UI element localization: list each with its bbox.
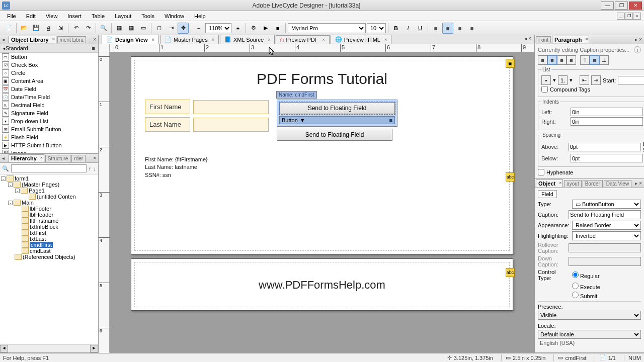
hierarchy-tree[interactable]: -form1-(Master Pages)-Page1(untitled Con… [0, 174, 98, 344]
hierarchy-search-input[interactable] [11, 164, 87, 172]
bold-icon[interactable]: B [390, 23, 401, 34]
ctrl-regular-radio[interactable] [572, 272, 579, 278]
bullet-icon[interactable]: • [541, 75, 551, 85]
panel-close-icon[interactable]: ▸ × [633, 37, 644, 42]
align-left-icon[interactable]: ≡ [538, 55, 547, 65]
menu-help[interactable]: Help [190, 12, 210, 20]
undo-icon[interactable]: ↶ [70, 23, 82, 34]
ctrl-submit-radio[interactable] [572, 292, 579, 298]
first-name-input[interactable] [193, 100, 269, 114]
fontsize-select[interactable]: 10 [367, 23, 386, 33]
panel-close-icon[interactable]: × [91, 155, 98, 161]
info-icon[interactable]: i [634, 46, 641, 53]
send-button-1[interactable]: Send to Floating Field [279, 102, 395, 114]
list-item[interactable]: ▭Button [0, 53, 98, 61]
list-item[interactable]: 🕓Date/Time Field [0, 93, 98, 101]
number-icon[interactable]: 1. [558, 75, 568, 85]
tab-preview-pdf[interactable]: ⎙Preview PDF× [276, 35, 329, 44]
valign-middle-icon[interactable]: ≡ [590, 55, 599, 65]
hyphenate-checkbox[interactable] [538, 169, 544, 175]
ctrl-execute-radio[interactable] [572, 283, 579, 289]
space-below-input[interactable] [571, 154, 643, 162]
menu-file[interactable]: File [3, 12, 20, 20]
locale-select[interactable]: Default locale [538, 330, 641, 339]
list-item[interactable]: 🖼Image [0, 149, 98, 153]
up-icon[interactable]: ↑ [89, 165, 92, 171]
tree-row[interactable]: -Main [1, 200, 97, 206]
tab-order[interactable]: rder [71, 155, 86, 162]
spellcheck-icon[interactable]: abc [506, 268, 515, 277]
tab-order-icon[interactable]: ⇥ [166, 23, 177, 34]
tab-object-library[interactable]: Object Library× [9, 36, 56, 43]
tree-row[interactable]: cmdLast [1, 248, 97, 254]
tab-fragment-library[interactable]: ment Libra [57, 36, 86, 43]
align-justify-icon[interactable]: ≡ [466, 23, 477, 34]
presence-select[interactable]: Visible [538, 311, 641, 320]
snap-icon[interactable]: ▦ [126, 23, 137, 34]
tree-row[interactable]: txtInfoBlock [1, 224, 97, 230]
list-item[interactable]: ▶HTTP Submit Button [0, 141, 98, 149]
list-item[interactable]: ▣Content Area [0, 77, 98, 85]
list-item[interactable]: ▾Drop-down List [0, 117, 98, 125]
tab-paragraph[interactable]: Paragraph× [552, 36, 589, 43]
zoom-in-icon[interactable]: + [232, 23, 244, 34]
compound-tags-checkbox[interactable] [541, 86, 548, 93]
panel-close-icon[interactable]: ▸ × [633, 180, 644, 186]
canvas[interactable]: ▣ abc PDF Forms Tutorial First Name Last… [110, 52, 534, 353]
tab-layout[interactable]: ayout [564, 180, 581, 187]
menu-edit[interactable]: Edit [22, 12, 40, 20]
send-button-2[interactable]: Send to Floating Field [277, 129, 392, 141]
spellcheck-icon[interactable]: ▣ [506, 59, 515, 68]
caption-input[interactable] [569, 210, 641, 219]
new-icon[interactable]: 📄 [3, 23, 14, 34]
align-center-icon[interactable]: ≡ [442, 23, 453, 34]
tab-design-view[interactable]: 📄Design View× [102, 35, 159, 44]
list-item[interactable]: ⚡Flash Field [0, 133, 98, 141]
tree-row[interactable]: lblFooter [1, 206, 97, 212]
appearance-select[interactable]: Raised Border [572, 221, 641, 230]
mdi-minimize[interactable]: _ [617, 13, 625, 20]
align-justify-icon[interactable]: ≡ [567, 55, 576, 65]
menu-layout[interactable]: Layout [111, 12, 135, 20]
italic-icon[interactable]: I [403, 23, 414, 34]
space-above-input[interactable] [569, 143, 641, 151]
subtab-field[interactable]: Field [538, 190, 557, 198]
tree-row[interactable]: (untitled Conten [1, 194, 97, 200]
tab-preview-html[interactable]: 🌐Preview HTML× [331, 35, 391, 44]
menu-insert[interactable]: Insert [63, 12, 86, 20]
redo-icon[interactable]: ↷ [83, 23, 94, 34]
align-left-icon[interactable]: ≡ [430, 23, 441, 34]
open-icon[interactable]: 📂 [19, 23, 30, 34]
tab-xml-source[interactable]: 📘XML Source× [220, 35, 275, 44]
valign-bottom-icon[interactable]: ⊥ [599, 55, 609, 65]
panel-close-icon[interactable]: × [91, 37, 98, 42]
tree-row[interactable]: lblHeader [1, 212, 97, 218]
list-item[interactable]: ✉Email Submit Button [0, 125, 98, 133]
button-type-dropdown[interactable]: Button ▼≡ [279, 116, 395, 124]
zoom-select[interactable]: 110% [205, 23, 231, 33]
tree-row[interactable]: fltFirstname [1, 218, 97, 224]
menu-tools[interactable]: Tools [137, 12, 158, 20]
tree-row[interactable]: txtLast [1, 236, 97, 242]
type-select[interactable]: ▭ ButtonButton [572, 200, 641, 209]
find-icon[interactable]: 🔍 [98, 23, 109, 34]
menu-view[interactable]: View [42, 12, 62, 20]
spellcheck-icon[interactable]: abc [506, 172, 515, 182]
indent-right-input[interactable] [571, 117, 643, 126]
export-icon[interactable]: ⇲ [55, 23, 66, 34]
tree-row[interactable]: cmdFirst [1, 242, 97, 248]
print-icon[interactable]: 🖨 [43, 23, 54, 34]
list-item[interactable]: ○Circle [0, 69, 98, 77]
mdi-restore[interactable]: ❐ [625, 13, 633, 20]
last-name-input[interactable] [193, 118, 269, 132]
highlight-select[interactable]: Inverted [572, 231, 641, 240]
save-icon[interactable]: 💾 [31, 23, 42, 34]
list-item[interactable]: ✎Signature Field [0, 109, 98, 117]
underline-icon[interactable]: U [415, 23, 426, 34]
tree-row[interactable]: -form1 [1, 175, 97, 182]
tab-dataview[interactable]: Data View [604, 180, 631, 187]
tab-hierarchy[interactable]: Hierarchy× [9, 154, 44, 162]
tree-row[interactable]: (Referenced Objects) [1, 254, 97, 260]
align-icon[interactable]: ◻ [153, 23, 165, 34]
maximize-button[interactable]: ❐ [615, 2, 628, 10]
